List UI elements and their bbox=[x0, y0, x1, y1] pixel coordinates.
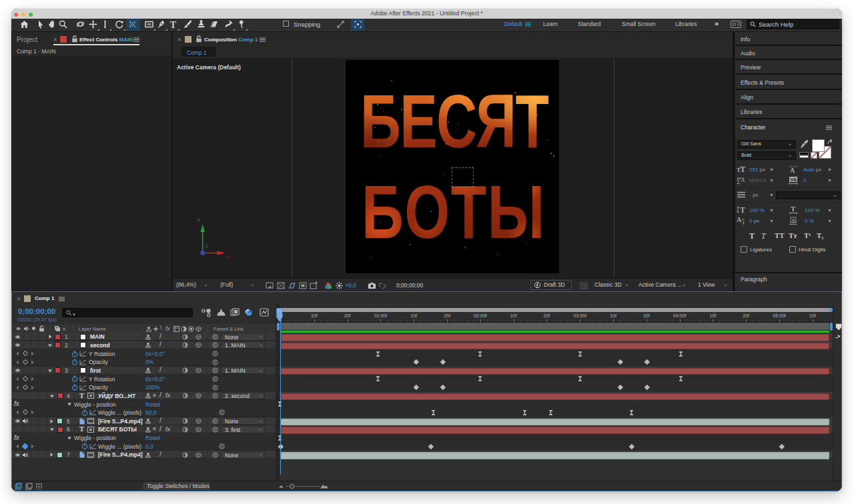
svg-text:T: T bbox=[740, 205, 745, 215]
svg-text:T: T bbox=[170, 20, 177, 30]
svg-text:A: A bbox=[790, 167, 795, 174]
svg-text:Y: Y bbox=[197, 217, 201, 223]
svg-text:T: T bbox=[791, 205, 796, 213]
svg-text:T: T bbox=[740, 164, 746, 174]
svg-text:A: A bbox=[737, 216, 742, 223]
svg-text:Z: Z bbox=[205, 243, 209, 249]
svg-text:VA: VA bbox=[790, 177, 797, 183]
svg-text:X: X bbox=[227, 254, 231, 260]
svg-text:A: A bbox=[741, 177, 745, 183]
svg-text:a: a bbox=[742, 217, 745, 222]
svg-text:あ: あ bbox=[791, 218, 796, 223]
